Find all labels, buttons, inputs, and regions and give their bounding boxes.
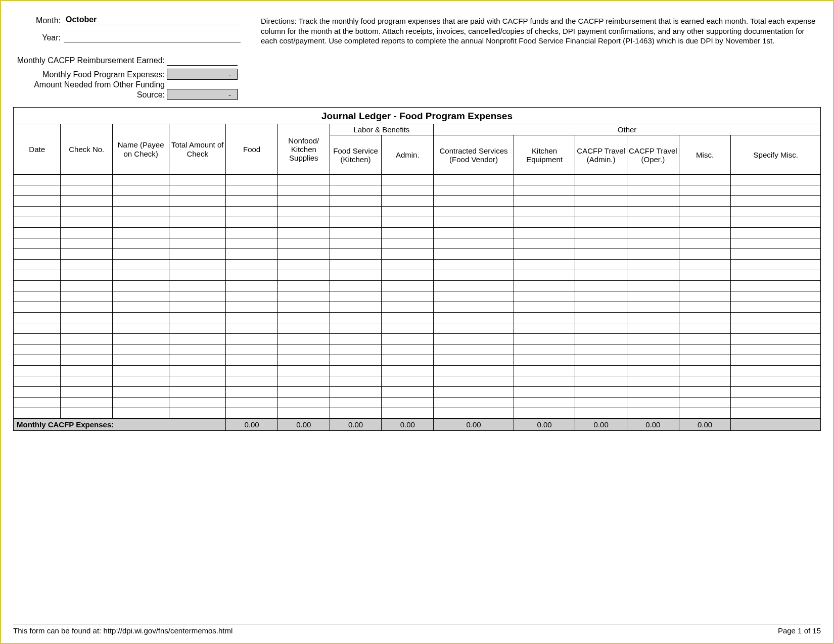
table-cell[interactable] <box>61 366 113 376</box>
table-cell[interactable] <box>330 207 382 217</box>
table-cell[interactable] <box>627 291 679 302</box>
table-cell[interactable] <box>14 260 61 270</box>
table-cell[interactable] <box>169 196 226 207</box>
table-cell[interactable] <box>731 217 821 228</box>
table-cell[interactable] <box>330 217 382 228</box>
table-cell[interactable] <box>382 175 434 185</box>
table-cell[interactable] <box>382 302 434 313</box>
table-cell[interactable] <box>330 270 382 281</box>
table-cell[interactable] <box>61 175 113 185</box>
table-cell[interactable] <box>731 196 821 207</box>
table-cell[interactable] <box>575 249 627 260</box>
table-cell[interactable] <box>277 238 330 249</box>
table-cell[interactable] <box>61 344 113 355</box>
table-cell[interactable] <box>277 366 330 376</box>
table-cell[interactable] <box>113 238 169 249</box>
table-cell[interactable] <box>434 398 514 408</box>
reimbursement-input[interactable] <box>167 55 238 66</box>
table-cell[interactable] <box>61 313 113 323</box>
table-cell[interactable] <box>226 376 278 387</box>
table-cell[interactable] <box>575 313 627 323</box>
table-cell[interactable] <box>61 334 113 344</box>
table-cell[interactable] <box>731 313 821 323</box>
table-cell[interactable] <box>434 313 514 323</box>
table-cell[interactable] <box>627 260 679 270</box>
table-cell[interactable] <box>277 334 330 344</box>
table-cell[interactable] <box>169 302 226 313</box>
table-cell[interactable] <box>330 291 382 302</box>
table-cell[interactable] <box>14 302 61 313</box>
table-cell[interactable] <box>679 249 731 260</box>
table-cell[interactable] <box>277 291 330 302</box>
table-cell[interactable] <box>731 355 821 366</box>
table-cell[interactable] <box>679 270 731 281</box>
table-cell[interactable] <box>226 185 278 196</box>
table-cell[interactable] <box>514 355 575 366</box>
table-cell[interactable] <box>514 207 575 217</box>
table-cell[interactable] <box>679 238 731 249</box>
table-cell[interactable] <box>169 291 226 302</box>
table-cell[interactable] <box>169 408 226 419</box>
table-cell[interactable] <box>277 175 330 185</box>
table-cell[interactable] <box>627 281 679 291</box>
table-cell[interactable] <box>627 344 679 355</box>
table-cell[interactable] <box>226 408 278 419</box>
table-cell[interactable] <box>679 398 731 408</box>
table-cell[interactable] <box>679 408 731 419</box>
table-cell[interactable] <box>330 175 382 185</box>
table-cell[interactable] <box>679 260 731 270</box>
table-cell[interactable] <box>514 376 575 387</box>
table-cell[interactable] <box>226 217 278 228</box>
table-cell[interactable] <box>61 376 113 387</box>
table-cell[interactable] <box>627 185 679 196</box>
table-cell[interactable] <box>61 217 113 228</box>
table-cell[interactable] <box>169 281 226 291</box>
table-cell[interactable] <box>277 408 330 419</box>
table-cell[interactable] <box>679 291 731 302</box>
table-cell[interactable] <box>382 366 434 376</box>
table-cell[interactable] <box>679 228 731 238</box>
table-cell[interactable] <box>113 398 169 408</box>
table-cell[interactable] <box>627 376 679 387</box>
table-cell[interactable] <box>113 281 169 291</box>
table-cell[interactable] <box>575 355 627 366</box>
table-cell[interactable] <box>61 270 113 281</box>
table-cell[interactable] <box>226 398 278 408</box>
table-cell[interactable] <box>434 260 514 270</box>
table-cell[interactable] <box>575 207 627 217</box>
table-cell[interactable] <box>226 207 278 217</box>
table-cell[interactable] <box>61 207 113 217</box>
table-cell[interactable] <box>113 196 169 207</box>
table-cell[interactable] <box>575 366 627 376</box>
table-cell[interactable] <box>61 355 113 366</box>
table-cell[interactable] <box>575 270 627 281</box>
table-cell[interactable] <box>514 238 575 249</box>
table-cell[interactable] <box>382 355 434 366</box>
table-cell[interactable] <box>627 408 679 419</box>
table-cell[interactable] <box>731 398 821 408</box>
table-cell[interactable] <box>330 408 382 419</box>
table-cell[interactable] <box>382 334 434 344</box>
table-cell[interactable] <box>330 344 382 355</box>
table-cell[interactable] <box>575 175 627 185</box>
table-cell[interactable] <box>382 196 434 207</box>
table-cell[interactable] <box>277 323 330 334</box>
table-cell[interactable] <box>14 291 61 302</box>
table-cell[interactable] <box>169 355 226 366</box>
table-cell[interactable] <box>514 249 575 260</box>
table-cell[interactable] <box>226 249 278 260</box>
table-cell[interactable] <box>277 387 330 398</box>
table-cell[interactable] <box>330 334 382 344</box>
table-cell[interactable] <box>679 323 731 334</box>
table-cell[interactable] <box>169 260 226 270</box>
table-cell[interactable] <box>434 344 514 355</box>
table-cell[interactable] <box>226 228 278 238</box>
table-cell[interactable] <box>226 355 278 366</box>
table-cell[interactable] <box>514 175 575 185</box>
table-cell[interactable] <box>731 270 821 281</box>
table-cell[interactable] <box>382 238 434 249</box>
table-cell[interactable] <box>679 175 731 185</box>
table-cell[interactable] <box>627 217 679 228</box>
table-cell[interactable] <box>226 313 278 323</box>
table-cell[interactable] <box>627 313 679 323</box>
